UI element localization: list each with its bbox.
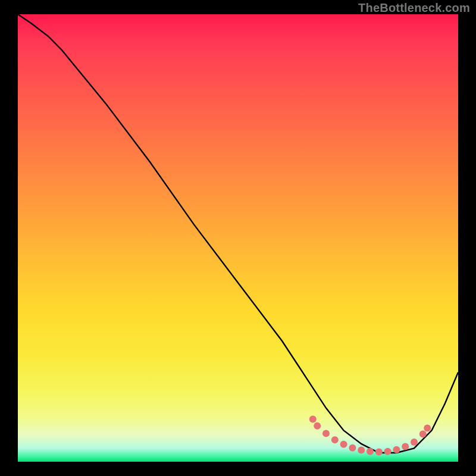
watermark-text: TheBottleneck.com — [358, 1, 470, 15]
marker-dot — [309, 416, 317, 423]
marker-dot — [419, 430, 427, 437]
marker-dot — [340, 441, 347, 448]
marker-dot — [322, 430, 330, 437]
plot-area — [18, 14, 458, 462]
marker-dot — [367, 448, 374, 455]
curve-svg — [18, 14, 458, 462]
marker-dot — [375, 449, 383, 456]
marker-dot — [402, 443, 409, 450]
bottleneck-curve — [18, 14, 458, 453]
marker-dot — [393, 446, 400, 453]
marker-dot — [411, 439, 418, 446]
marker-dot — [384, 448, 392, 455]
marker-dot — [331, 436, 339, 443]
marker-dot — [358, 446, 365, 453]
marker-dot — [424, 425, 431, 432]
marker-dot — [314, 422, 321, 430]
curve-markers — [309, 416, 431, 456]
chart-frame: TheBottleneck.com — [0, 0, 476, 476]
marker-dot — [349, 444, 356, 452]
